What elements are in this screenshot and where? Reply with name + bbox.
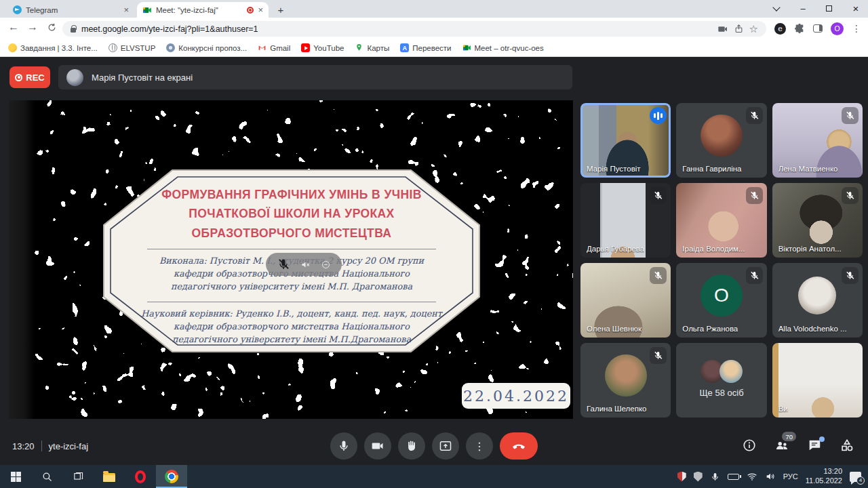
bookmark-label: Gmail: [270, 44, 290, 52]
wifi-icon[interactable]: [747, 471, 757, 482]
participant-tile[interactable]: Дарья Губарева: [580, 183, 671, 258]
presentation-remove-icon[interactable]: [321, 260, 331, 270]
extensions-puzzle-icon[interactable]: [794, 23, 805, 34]
call-controls: ⋮: [330, 432, 538, 460]
chrome-button[interactable]: [156, 465, 187, 488]
window-close-button[interactable]: ×: [845, 0, 867, 17]
security-warning-shield-icon[interactable]: [694, 472, 703, 482]
overflow-tile[interactable]: Ще 58 осіб: [676, 343, 766, 418]
participant-tile[interactable]: Іраіда Володим...: [676, 183, 766, 258]
participant-name: Alla Volodchenko ...: [778, 325, 847, 333]
present-button[interactable]: [432, 432, 459, 460]
address-bar[interactable]: meet.google.com/yte-izci-faj?pli=1&authu…: [62, 21, 766, 37]
tab-close-icon[interactable]: ×: [258, 5, 263, 14]
notification-center-icon[interactable]: 4: [850, 472, 861, 482]
shared-screen-presentation: ФОРМУВАННЯ ГРАФІЧНИХ УМІНЬ В УЧНІВ ПОЧАТ…: [9, 100, 573, 419]
mic-button[interactable]: [330, 432, 357, 460]
opera-button[interactable]: [125, 465, 156, 488]
meet-icon: [462, 43, 471, 52]
chat-notification-dot: [819, 436, 825, 442]
back-button[interactable]: ←: [5, 21, 22, 33]
avatar: О: [701, 274, 743, 317]
chat-button[interactable]: [807, 438, 823, 454]
opera-icon: [135, 470, 146, 483]
participant-tile[interactable]: Марія Пустовіт: [580, 103, 671, 178]
mic-off-icon: [653, 270, 663, 281]
participant-tile[interactable]: Лена Матвиенко: [772, 103, 863, 178]
record-icon: [15, 74, 22, 81]
bookmark-translate[interactable]: AПеревести: [400, 43, 451, 52]
bookmark-gmail[interactable]: Gmail: [258, 43, 290, 52]
translate-icon: A: [400, 43, 409, 52]
volume-icon[interactable]: [765, 471, 776, 482]
task-view-button[interactable]: [62, 465, 94, 488]
bookmark-konkursni[interactable]: Конкурсні пропоз...: [166, 43, 247, 52]
mic-off-badge: [650, 347, 667, 364]
participant-name: Ви: [778, 405, 788, 413]
window-maximize-button[interactable]: [818, 0, 840, 17]
browser-menu-icon[interactable]: ⋮: [852, 23, 861, 34]
camera-button[interactable]: [364, 432, 391, 460]
file-explorer-button[interactable]: [94, 465, 125, 488]
reload-button[interactable]: [43, 22, 60, 35]
leave-call-button[interactable]: [500, 432, 538, 460]
presenting-text: Марія Пустовіт на екрані: [92, 73, 193, 83]
hand-icon: [405, 439, 418, 453]
participant-tile[interactable]: О Ольга Ржанова: [676, 263, 766, 338]
mic-off-icon: [845, 110, 855, 121]
bookmark-elvstup[interactable]: ELVSTUP: [108, 43, 156, 52]
language-indicator[interactable]: РУС: [783, 472, 798, 481]
mic-off-badge: [842, 107, 859, 124]
participant-tile[interactable]: Олена Шевнюк: [580, 263, 671, 338]
share-icon[interactable]: [734, 24, 744, 34]
profile-avatar[interactable]: О: [831, 22, 844, 35]
antivirus-shield-icon[interactable]: [677, 472, 686, 482]
avatar: [719, 360, 743, 383]
window-chevron-button[interactable]: [766, 0, 787, 17]
bookmark-star-icon[interactable]: ☆: [749, 24, 758, 34]
tab-meet[interactable]: Meet: "yte-izci-faj" ×: [137, 2, 269, 18]
participant-tile[interactable]: Вікторія Анатол...: [772, 183, 863, 258]
participant-tile[interactable]: Alla Volodchenko ...: [772, 263, 863, 338]
battery-icon[interactable]: [728, 474, 739, 480]
tab-close-icon[interactable]: ×: [123, 5, 129, 14]
tab-telegram[interactable]: Telegram ×: [7, 2, 134, 18]
folder-icon: [103, 473, 115, 482]
meet-app: REC Марія Пустовіт на екрані: [0, 57, 868, 465]
windows-logo-icon: [11, 472, 21, 482]
camera-in-use-icon[interactable]: [717, 24, 728, 35]
forward-button[interactable]: →: [24, 21, 41, 33]
raise-hand-button[interactable]: [398, 432, 425, 460]
windows-taskbar: РУС 13:20 11.05.2022 4: [0, 465, 868, 488]
self-tile[interactable]: Ви: [772, 343, 863, 418]
mic-off-badge: [746, 107, 763, 124]
tray-mic-icon[interactable]: [710, 472, 720, 482]
bookmark-maps[interactable]: Карты: [355, 43, 389, 52]
activities-icon: [840, 438, 854, 453]
participant-name: Лена Матвиенко: [778, 165, 838, 173]
bookmark-zavdannya[interactable]: Завдання | 3.3. Інте...: [8, 43, 98, 52]
extension-e-icon[interactable]: e: [774, 23, 786, 35]
participant-tile[interactable]: Галина Шелепко: [580, 343, 671, 418]
taskbar-search-button[interactable]: [31, 465, 62, 488]
presentation-audio-off-icon[interactable]: [300, 260, 311, 270]
participant-tile[interactable]: Ганна Гавриліна: [676, 103, 766, 178]
taskbar-apps: [0, 465, 187, 488]
meeting-panels: 70: [742, 438, 856, 454]
side-panel-icon[interactable]: [813, 24, 823, 33]
activities-button[interactable]: [840, 438, 856, 454]
meeting-details-button[interactable]: [742, 438, 758, 454]
bookmark-youtube[interactable]: YouTube: [301, 43, 344, 52]
bookmark-meet[interactable]: Meet – otr-qvuc-oes: [462, 43, 544, 52]
new-tab-button[interactable]: +: [274, 3, 288, 17]
taskbar-clock[interactable]: 13:20 11.05.2022: [806, 467, 842, 486]
avatar: [701, 115, 743, 157]
tab-title: Meet: "yte-izci-faj": [156, 6, 243, 14]
more-options-button[interactable]: ⋮: [466, 432, 493, 460]
camera-icon: [371, 439, 384, 453]
window-minimize-button[interactable]: –: [792, 0, 814, 17]
start-button[interactable]: [0, 465, 31, 488]
presentation-mic-off-icon[interactable]: [277, 258, 290, 271]
info-icon: [742, 438, 757, 453]
participants-button[interactable]: 70: [774, 438, 791, 454]
